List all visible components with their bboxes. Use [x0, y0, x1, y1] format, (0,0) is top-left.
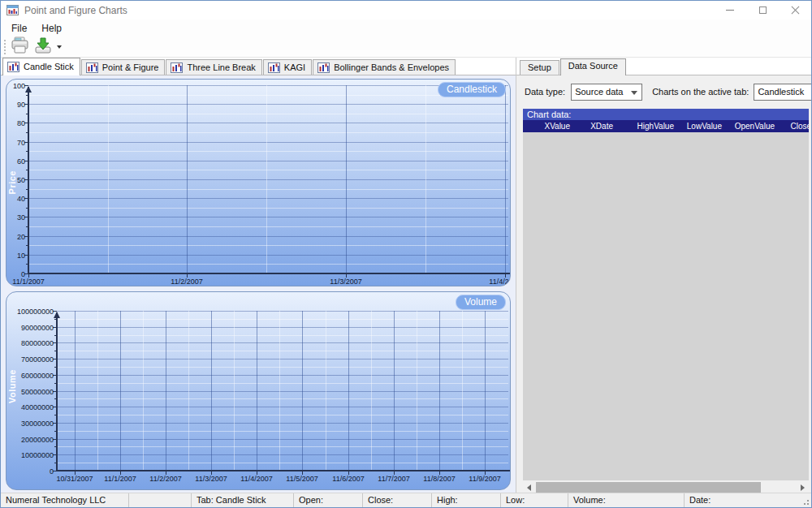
gridline-minor-h: [28, 245, 508, 246]
column-header-lowvalue[interactable]: LowValue: [676, 120, 723, 132]
main-content: Candle StickPoint & FigureThree Line Bre…: [1, 58, 811, 493]
status-item-blank: [129, 493, 192, 507]
data-panel-tabstrip: SetupData Source: [516, 58, 811, 75]
y-tick-label: 30000000: [8, 420, 54, 428]
gridline-major-h: [28, 161, 508, 161]
y-tick-label: 50000000: [8, 388, 54, 396]
y-tick-label: 0: [8, 467, 54, 476]
scroll-left-button[interactable]: [523, 481, 535, 493]
maximize-button[interactable]: [746, 1, 779, 19]
tab-setup[interactable]: Setup: [520, 60, 559, 75]
gridline-minor-h: [28, 114, 508, 114]
x-tick-label: 11/8/2007: [419, 475, 460, 483]
y-tick-label: 70000000: [8, 355, 54, 364]
gridline-minor-v: [108, 85, 109, 273]
x-axis-arrow-icon: [510, 467, 511, 473]
gridline-major-h: [57, 311, 508, 312]
gridline-minor-v: [417, 311, 417, 471]
gridline-major-v: [348, 311, 349, 471]
gridline-minor-h: [28, 208, 508, 209]
export-button[interactable]: [32, 37, 54, 57]
gridline-minor-h: [28, 132, 508, 133]
data-controls-row: Data type: Source data Charts on the act…: [516, 83, 811, 101]
x-tick-label: 11/3/2007: [326, 278, 366, 286]
tab-kagi[interactable]: KAGI: [263, 59, 312, 75]
column-header-openvalue[interactable]: OpenValue: [723, 120, 776, 132]
tab-candle-stick[interactable]: Candle Stick: [2, 58, 80, 75]
data-panel: SetupData Source Data type: Source data …: [516, 58, 811, 493]
scrollbar-thumb[interactable]: [536, 482, 761, 493]
gridline-major-h: [28, 255, 508, 256]
data-type-label: Data type:: [525, 87, 565, 97]
data-type-select[interactable]: Source data: [571, 84, 642, 101]
y-tick-label: 60: [6, 157, 25, 166]
x-tick-label: 11/1/2007: [8, 278, 49, 286]
y-tick-label: 50: [6, 176, 25, 184]
print-button[interactable]: [9, 37, 32, 57]
x-axis-arrow-icon: [510, 269, 511, 276]
gridline-minor-h: [57, 463, 508, 463]
y-tick-label: 40000000: [8, 403, 54, 411]
y-tick-label: 70: [6, 139, 25, 147]
status-item-volume: Volume:: [568, 493, 685, 507]
gridline-minor-h: [57, 335, 508, 336]
gridline-minor-v: [143, 311, 144, 471]
tab-three-line-break[interactable]: Three Line Break: [166, 59, 261, 75]
printer-icon: [11, 37, 30, 57]
x-tick-label: 11/2/2007: [166, 278, 207, 286]
resize-grip[interactable]: [801, 497, 810, 506]
window-title: Point and Figure Charts: [24, 5, 127, 16]
status-bar: Numeral Technology LLCTab: Candle StickO…: [1, 493, 811, 507]
scroll-right-button[interactable]: [797, 481, 809, 493]
gridline-major-h: [57, 359, 508, 359]
column-header-xdate[interactable]: XDate: [572, 120, 615, 132]
export-arrow-icon: [34, 37, 52, 57]
toolbar-grip[interactable]: [3, 39, 6, 55]
gridline-minor-h: [57, 446, 508, 447]
column-header-xvalue[interactable]: XValue: [523, 120, 572, 132]
chart-tab-icon: [268, 62, 280, 73]
x-tick-label: 11/6/2007: [328, 475, 369, 483]
gridline-minor-v: [188, 311, 189, 471]
chart-tab-icon: [86, 62, 98, 73]
gridline-major-h: [57, 454, 508, 455]
gridline-minor-v: [462, 311, 463, 471]
column-header-highvalue[interactable]: HighValue: [615, 120, 676, 132]
horizontal-scrollbar[interactable]: [523, 481, 809, 493]
tab-label: Point & Figure: [102, 62, 159, 72]
volume-chart-badge: Volume: [456, 295, 506, 310]
minimize-icon: [726, 10, 734, 11]
y-tick-label: 80: [6, 119, 25, 127]
column-header-closevalue[interactable]: CloseValue: [776, 120, 809, 132]
export-dropdown-caret-icon[interactable]: [57, 45, 62, 49]
gridline-minor-h: [28, 170, 508, 170]
menu-file[interactable]: File: [4, 21, 34, 36]
minimize-button[interactable]: [714, 1, 746, 19]
tab-bollinger-bands-envelopes[interactable]: Bollinger Bands & Envelopes: [313, 59, 456, 75]
gridline-major-h: [28, 179, 508, 180]
chart-data-grid-body[interactable]: [523, 132, 809, 480]
candlestick-chart-badge: Candlestick: [438, 82, 506, 97]
chart-tab-icon: [317, 62, 330, 73]
close-button[interactable]: [779, 1, 811, 19]
gridline-major-v: [505, 85, 506, 273]
gridline-major-v: [166, 311, 166, 471]
y-tick-label: 10: [6, 252, 25, 260]
tab-point-figure[interactable]: Point & Figure: [81, 59, 166, 75]
gridline-major-h: [57, 375, 508, 376]
x-tick-label: 11/4/2007: [236, 475, 277, 483]
x-tick-label: 11/9/2007: [464, 475, 505, 483]
tab-data-source[interactable]: Data Source: [560, 58, 626, 75]
chart-tabstrip: Candle StickPoint & FigureThree Line Bre…: [1, 58, 516, 75]
active-tab-chart-combo[interactable]: Candlestick: [754, 84, 811, 101]
menu-help[interactable]: Help: [34, 21, 69, 36]
gridline-major-h: [57, 439, 508, 440]
gridline-minor-h: [28, 151, 508, 152]
gridline-major-v: [187, 85, 188, 273]
gridline-minor-v: [371, 311, 372, 471]
x-axis-line: [56, 470, 511, 471]
gridline-minor-h: [57, 351, 508, 351]
gridline-major-h: [28, 217, 508, 217]
gridline-minor-h: [57, 319, 508, 320]
gridline-major-v: [394, 311, 395, 471]
